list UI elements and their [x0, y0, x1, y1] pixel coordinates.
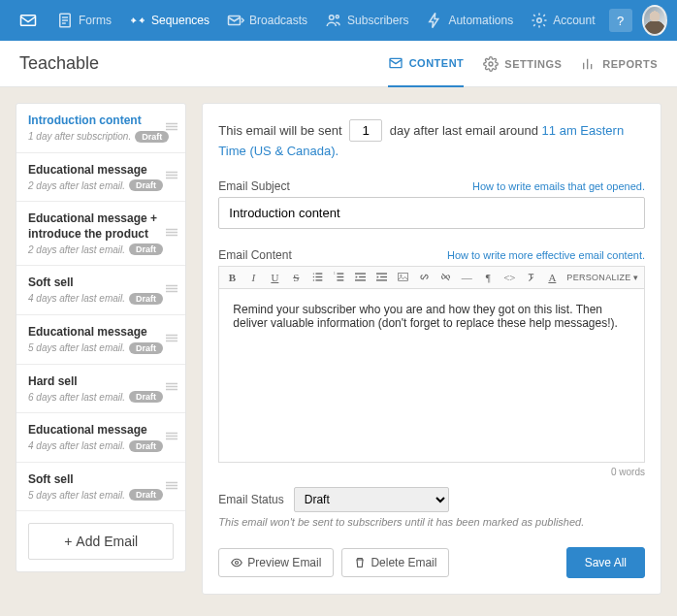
status-select[interactable]: Draft: [294, 487, 449, 512]
content-hint-link[interactable]: How to write more effective email conten…: [447, 249, 645, 261]
drag-handle-icon[interactable]: [166, 283, 177, 298]
plus-icon: +: [64, 534, 72, 549]
subject-label: Email Subject: [218, 179, 289, 193]
step-item[interactable]: Educational message 2 days after last em…: [16, 153, 185, 203]
drag-handle-icon[interactable]: [166, 381, 177, 396]
svg-rect-26: [166, 433, 177, 435]
clear-format-icon[interactable]: [524, 271, 537, 284]
add-email-button[interactable]: +Add Email: [28, 523, 174, 560]
step-title: Introduction content: [28, 113, 174, 129]
sequence-header: Teachable CONTENT SETTINGS REPORTS: [0, 41, 677, 87]
tab-reports[interactable]: REPORTS: [581, 41, 658, 87]
step-item[interactable]: Hard sell 6 days after last email. Draft: [16, 365, 185, 414]
svg-rect-31: [166, 487, 177, 489]
tab-label: CONTENT: [409, 57, 465, 69]
blockquote-icon[interactable]: ¶: [481, 271, 495, 284]
nav-forms[interactable]: Forms: [48, 0, 119, 41]
step-item[interactable]: Soft sell 5 days after last email. Draft: [16, 463, 185, 512]
drag-handle-icon[interactable]: [166, 430, 177, 444]
svg-rect-19: [166, 291, 177, 293]
nav-broadcasts[interactable]: Broadcasts: [219, 0, 315, 41]
nav-automations[interactable]: Automations: [418, 0, 521, 41]
svg-point-49: [401, 276, 402, 276]
bullet-list-icon[interactable]: [310, 271, 324, 284]
indent-icon[interactable]: [374, 271, 388, 284]
step-title: Soft sell: [28, 472, 174, 488]
strike-icon[interactable]: S: [289, 271, 303, 284]
drag-handle-icon[interactable]: [166, 479, 177, 494]
link-icon[interactable]: [417, 271, 431, 284]
step-subtitle: 2 days after last email. Draft: [28, 179, 174, 191]
nav-subscribers[interactable]: Subscribers: [317, 0, 416, 41]
svg-rect-48: [399, 274, 408, 281]
svg-rect-13: [166, 178, 177, 179]
top-nav: Forms Sequences Broadcasts Subscribers A…: [0, 0, 677, 41]
personalize-dropdown[interactable]: PERSONALIZE ▾: [566, 273, 638, 282]
svg-rect-38: [337, 274, 343, 275]
drag-handle-icon[interactable]: [166, 226, 177, 241]
image-icon[interactable]: [396, 271, 409, 284]
bold-icon[interactable]: B: [225, 271, 239, 284]
delay-days-input[interactable]: [349, 119, 382, 142]
svg-rect-10: [166, 129, 177, 131]
nav-sequences[interactable]: Sequences: [121, 0, 217, 41]
tab-label: REPORTS: [602, 58, 658, 70]
step-title: Educational message + introduce the prod…: [28, 211, 174, 242]
step-title: Soft sell: [28, 276, 174, 291]
hr-icon[interactable]: —: [460, 271, 473, 284]
status-badge: Draft: [129, 179, 163, 191]
step-item[interactable]: Educational message 5 days after last em…: [16, 315, 185, 365]
preview-button[interactable]: Preview Email: [218, 548, 334, 577]
svg-rect-33: [315, 274, 322, 275]
text-color-icon[interactable]: A: [545, 271, 559, 284]
avatar[interactable]: [642, 5, 668, 36]
number-list-icon[interactable]: 1: [332, 271, 345, 284]
email-body-editor[interactable]: Remind your subscriber who you are and h…: [218, 288, 645, 463]
code-icon[interactable]: <>: [502, 271, 516, 284]
tab-content[interactable]: CONTENT: [388, 41, 465, 87]
outdent-icon[interactable]: [353, 271, 367, 284]
step-title: Hard sell: [28, 374, 174, 390]
step-title: Educational message: [28, 325, 174, 340]
step-item[interactable]: Educational message + introduce the prod…: [16, 202, 185, 266]
tab-settings[interactable]: SETTINGS: [483, 41, 562, 87]
italic-icon[interactable]: I: [246, 271, 260, 284]
drag-handle-icon[interactable]: [166, 120, 177, 135]
svg-rect-17: [166, 285, 177, 287]
svg-rect-11: [166, 172, 177, 174]
logo-envelope-icon[interactable]: [10, 0, 47, 41]
step-item[interactable]: Educational message 4 days after last em…: [16, 413, 185, 463]
unlink-icon[interactable]: [438, 271, 452, 284]
svg-rect-40: [337, 280, 343, 281]
delete-button[interactable]: Delete Email: [341, 548, 449, 577]
step-item[interactable]: Soft sell 4 days after last email. Draft: [16, 266, 185, 315]
drag-handle-icon[interactable]: [166, 170, 177, 184]
step-subtitle: 5 days after last email. Draft: [28, 342, 174, 354]
svg-rect-42: [355, 274, 366, 275]
svg-rect-46: [380, 276, 387, 277]
svg-point-50: [236, 561, 239, 564]
underline-icon[interactable]: U: [268, 271, 281, 284]
svg-point-3: [330, 16, 335, 20]
nav-account[interactable]: Account: [523, 0, 602, 41]
status-hint: This email won't be sent to subscribers …: [218, 516, 645, 528]
svg-rect-20: [166, 335, 177, 337]
svg-point-4: [336, 16, 338, 18]
svg-text:1: 1: [334, 273, 336, 276]
step-item[interactable]: Introduction content 1 day after subscri…: [16, 104, 185, 153]
svg-rect-30: [166, 484, 177, 486]
subject-hint-link[interactable]: How to write emails that get opened.: [472, 180, 645, 192]
svg-rect-18: [166, 288, 177, 290]
svg-rect-21: [166, 338, 177, 340]
svg-rect-22: [166, 340, 177, 342]
svg-rect-44: [355, 280, 366, 281]
subject-input[interactable]: [218, 197, 645, 229]
step-subtitle: 4 days after last email. Draft: [28, 293, 174, 305]
help-button[interactable]: ?: [609, 9, 632, 32]
drag-handle-icon[interactable]: [166, 332, 177, 346]
svg-rect-23: [166, 383, 177, 385]
status-badge: Draft: [129, 489, 163, 501]
save-button[interactable]: Save All: [566, 547, 645, 578]
content-label: Email Content: [218, 248, 291, 262]
svg-rect-16: [166, 235, 177, 237]
